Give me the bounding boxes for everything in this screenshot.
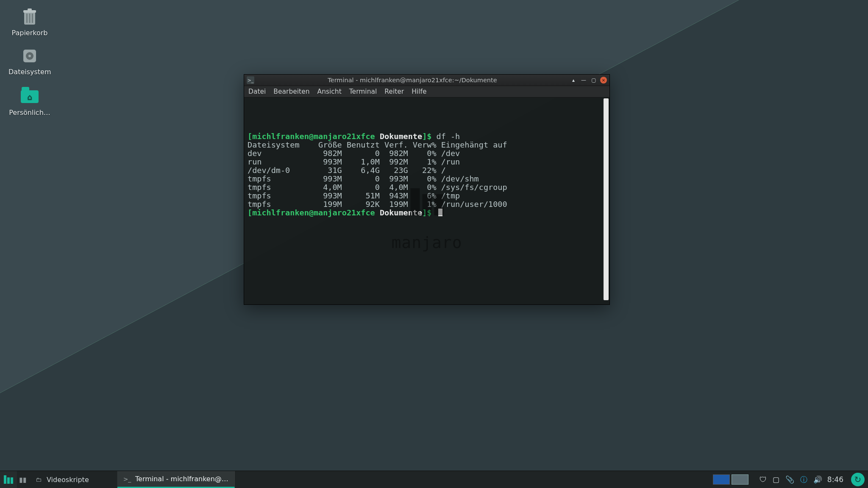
terminal-output: [michlfranken@manjaro21xfce Dokumente]$ … [248, 132, 606, 217]
info-icon[interactable]: ⓘ [800, 475, 807, 485]
terminal-icon: >_ [123, 475, 131, 483]
workspace-1[interactable] [713, 474, 730, 485]
menu-edit[interactable]: Bearbeiten [273, 88, 309, 95]
taskbar-entry-file-manager[interactable]: 🗀 Videoskripte [29, 471, 117, 488]
disk-icon [20, 47, 39, 65]
terminal-body[interactable]: manjaro [michlfranken@manjaro21xfce Doku… [244, 98, 609, 304]
show-desktop-button[interactable]: ▮▮ [17, 476, 29, 484]
menu-terminal[interactable]: Terminal [349, 88, 377, 95]
window-menubar: Datei Bearbeiten Ansicht Terminal Reiter… [244, 86, 609, 98]
svg-rect-5 [32, 14, 33, 23]
home-folder-icon: ⌂ [20, 87, 39, 106]
window-title: Terminal - michlfranken@manjaro21xfce:~/… [258, 77, 567, 84]
window-titlebar[interactable]: >_ Terminal - michlfranken@manjaro21xfce… [244, 75, 609, 86]
clock[interactable]: 8:46 [827, 475, 848, 484]
menu-file[interactable]: Datei [248, 88, 266, 95]
window-minimize-button[interactable]: — [580, 76, 587, 84]
desktop-icon-label: Dateisystem [8, 68, 51, 76]
window-maximize-button[interactable]: ▢ [590, 76, 598, 84]
window-shade-button[interactable]: ▴ [570, 76, 577, 84]
svg-rect-3 [26, 14, 28, 23]
desktop-icon-trash[interactable]: Papierkorb [8, 8, 51, 37]
taskbar-entry-terminal[interactable]: >_ Terminal - michlfranken@… [117, 471, 235, 488]
desktop-icon-filesystem[interactable]: Dateisystem [8, 47, 51, 76]
terminal-app-icon: >_ [247, 76, 254, 84]
workspace-2[interactable] [732, 474, 748, 485]
taskbar-entry-label: Terminal - michlfranken@… [135, 475, 228, 483]
terminal-window[interactable]: >_ Terminal - michlfranken@manjaro21xfce… [244, 74, 610, 305]
start-menu-button[interactable] [0, 471, 17, 488]
svg-point-8 [28, 55, 31, 57]
menu-view[interactable]: Ansicht [317, 88, 342, 95]
volume-icon[interactable]: 🔊 [813, 475, 822, 484]
trash-icon [20, 8, 39, 26]
svg-rect-4 [29, 14, 31, 23]
taskbar-entry-label: Videoskripte [47, 476, 89, 484]
shield-icon[interactable]: 🛡 [760, 475, 767, 484]
folder-icon: 🗀 [35, 476, 42, 483]
svg-rect-2 [28, 8, 32, 11]
desktop-icon-home[interactable]: ⌂ Persönlich… [8, 87, 51, 117]
terminal-scrollbar[interactable] [604, 98, 609, 300]
window-close-button[interactable]: ✕ [600, 77, 607, 84]
menu-help[interactable]: Hilfe [412, 88, 426, 95]
system-tray: 🛡 ▢ 📎 ⓘ 🔊 [754, 475, 827, 485]
workspace-switcher [713, 474, 748, 485]
desktop-icon-label: Persönlich… [8, 109, 51, 117]
menu-tabs[interactable]: Reiter [384, 88, 404, 95]
clipboard-icon[interactable]: 📎 [785, 475, 794, 484]
display-icon[interactable]: ▢ [773, 475, 779, 484]
session-button[interactable]: ↻ [851, 473, 865, 486]
manjaro-logo-icon [4, 475, 13, 484]
desktop-icon-label: Papierkorb [8, 29, 51, 37]
taskbar: ▮▮ 🗀 Videoskripte >_ Terminal - michlfra… [0, 471, 868, 488]
